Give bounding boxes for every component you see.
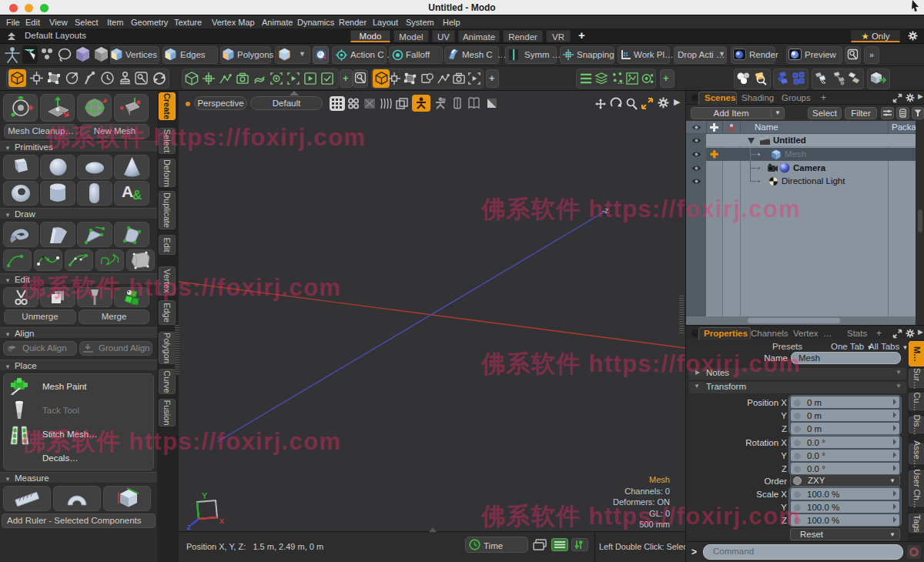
svg-text:x: x (219, 516, 225, 525)
svg-text:z: z (187, 522, 192, 530)
svg-text:Y: Y (202, 491, 208, 500)
